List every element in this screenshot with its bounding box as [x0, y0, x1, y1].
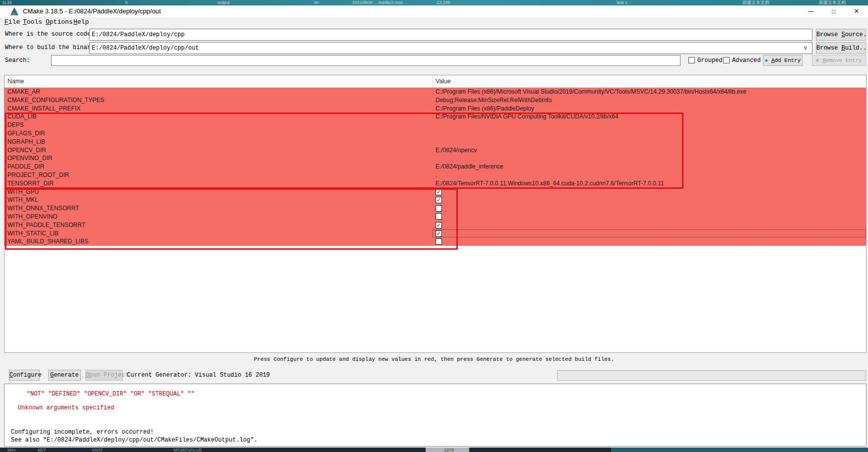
value-checkbox[interactable]	[435, 205, 442, 212]
desktop-fragment: ov	[314, 0, 319, 5]
column-header-value[interactable]: Value	[435, 75, 451, 88]
browse-source-button[interactable]: Browse Source...	[816, 29, 866, 41]
table-row[interactable]: GFLAGS_DIR	[4, 129, 866, 138]
table-row[interactable]: NGRAPH_LIB	[4, 138, 866, 146]
variable-value[interactable]: C:/Program Files (x86)/Microsoft Visual …	[433, 88, 866, 96]
desktop-fragment: 45/7	[37, 448, 46, 452]
screen: 1L31 X output ov 20210609-... media3.mov…	[0, 0, 868, 452]
background-window-bottom-strip: WIA 45/7 VIVO MCMOVALUE 1878	[0, 448, 868, 452]
value-checkbox[interactable]	[435, 213, 442, 220]
variable-value[interactable]: E:/0824/opencv	[433, 146, 866, 155]
source-path-input[interactable]	[89, 29, 812, 41]
column-divider[interactable]	[433, 75, 433, 88]
desktop-fragment: 新建文本文档	[819, 0, 846, 5]
advanced-checkbox[interactable]	[723, 57, 730, 63]
variable-value[interactable]	[433, 213, 866, 221]
grouped-checkbox-label[interactable]: Grouped	[697, 57, 722, 64]
menu-bar: File Tools Options Help	[0, 17, 868, 27]
column-header-name[interactable]: Name	[7, 75, 24, 88]
table-row[interactable]: PADDLE_DIRE:/0824/paddle_inference	[4, 163, 866, 171]
variable-value[interactable]: C:/Program Files (x86)/PaddleDeploy	[433, 105, 866, 113]
value-checkbox[interactable]: ✓	[435, 197, 442, 203]
configure-hint-text: Press Configure to update and display ne…	[0, 356, 868, 362]
output-log[interactable]: "NOT" "DEFINED" "OPENCV_DIR" "OR" "STREQ…	[4, 384, 867, 447]
variable-name: CMAKE_CONFIGURATION_TYPES	[4, 96, 433, 105]
desktop-fragment: X	[125, 0, 128, 5]
variable-name: OPENCV_DIR	[4, 146, 433, 155]
progress-bar	[557, 370, 866, 381]
variable-value[interactable]: C:/Program Files/NVIDIA GPU Computing To…	[433, 113, 866, 121]
menu-help[interactable]: Help	[71, 17, 91, 27]
variable-value[interactable]: ✓	[433, 188, 866, 196]
table-row[interactable]: TENSORRT_DIRE:/0824/TensorRT-7.0.0.11.Wi…	[4, 179, 866, 188]
build-path-dropdown-icon[interactable]: ∨	[800, 42, 811, 54]
table-row[interactable]: WITH_ONNX_TENSORRT	[4, 204, 866, 213]
browse-build-button[interactable]: Browse Build...	[816, 42, 866, 54]
desktop-fragment: 1L31	[2, 0, 12, 5]
variable-name: TENSORRT_DIR	[4, 179, 433, 188]
variable-value[interactable]	[433, 121, 866, 129]
variable-name: PROJECT_ROOT_DIR	[4, 171, 433, 179]
advanced-checkbox-label[interactable]: Advanced	[732, 57, 761, 64]
value-checkbox[interactable]: ✓	[435, 189, 442, 195]
table-row[interactable]: WITH_STATIC_LIB✓	[4, 229, 866, 238]
variable-name: CMAKE_AR	[4, 88, 433, 96]
variable-name: WITH_STATIC_LIB	[4, 229, 433, 238]
desktop-fragment: WIA	[7, 448, 16, 452]
table-row[interactable]: WITH_OPENVINO	[4, 213, 866, 221]
configure-button[interactable]: Configure	[9, 370, 40, 381]
value-checkbox[interactable]: ✓	[435, 222, 442, 228]
table-row[interactable]: PROJECT_ROOT_DIR.	[4, 171, 866, 179]
value-text: E:/0824/paddle_inference	[435, 163, 503, 170]
menu-file[interactable]: File	[2, 17, 22, 27]
table-row[interactable]: OPENVINO_DIR	[4, 154, 866, 163]
table-row[interactable]: OPENCV_DIRE:/0824/opencv	[4, 146, 866, 155]
variable-name: OPENVINO_DIR	[4, 154, 433, 163]
variable-value[interactable]: ✓	[433, 221, 866, 229]
table-row[interactable]: CUDA_LIBC:/Program Files/NVIDIA GPU Comp…	[4, 113, 866, 121]
build-path-combobox[interactable]	[89, 42, 812, 54]
cmake-logo-icon	[10, 7, 19, 16]
table-row[interactable]: CMAKE_ARC:/Program Files (x86)/Microsoft…	[4, 88, 866, 96]
table-row[interactable]: CMAKE_CONFIGURATION_TYPESDebug;Release;M…	[4, 96, 866, 105]
title-bar: CMake 3.18.5 - E:/0824/PaddleX/deploy/cp…	[0, 5, 868, 17]
table-row[interactable]: DEPS	[4, 121, 866, 129]
table-row[interactable]: WITH_MKL✓	[4, 196, 866, 204]
variable-value[interactable]: Debug;Release;MinSizeRel;RelWithDebInfo	[433, 96, 866, 105]
menu-options[interactable]: Options	[44, 17, 75, 27]
close-button[interactable]: ✕	[845, 5, 868, 17]
generate-button[interactable]: Generate	[48, 370, 81, 381]
maximize-button[interactable]: □	[822, 5, 845, 17]
cache-table: Name Value CMAKE_ARC:/Program Files (x86…	[4, 75, 867, 353]
variable-value[interactable]: ✓	[433, 196, 866, 204]
desktop-fragment: test 1	[617, 0, 627, 5]
variable-value[interactable]	[433, 154, 866, 163]
value-text: .	[435, 171, 437, 178]
variable-value[interactable]	[433, 237, 866, 246]
variable-value[interactable]: ✓	[433, 229, 866, 238]
remove-icon: ✘	[816, 57, 819, 63]
table-row[interactable]: WITH_GPU✓	[4, 188, 866, 196]
value-text: E:/0824/TensorRT-7.0.0.11.Windows10.x86_…	[435, 180, 664, 187]
value-text: C:/Program Files (x86)/Microsoft Visual …	[435, 88, 746, 95]
table-row[interactable]: CMAKE_INSTALL_PREFIXC:/Program Files (x8…	[4, 105, 866, 113]
variable-value[interactable]	[433, 129, 866, 138]
add-icon: ✚	[765, 57, 768, 63]
grouped-checkbox[interactable]	[688, 57, 695, 63]
value-checkbox[interactable]: ✓	[435, 230, 442, 237]
minimize-button[interactable]: —	[800, 5, 822, 17]
table-row[interactable]: WITH_PADDLE_TENSORRT✓	[4, 221, 866, 229]
menu-tools[interactable]: Tools	[21, 17, 44, 27]
variable-name: WITH_PADDLE_TENSORRT	[4, 221, 433, 229]
variable-name: WITH_MKL	[4, 196, 433, 204]
variable-value[interactable]: .	[433, 171, 866, 179]
variable-value[interactable]	[433, 138, 866, 146]
add-entry-button[interactable]: ✚ Add Entry	[763, 55, 803, 66]
search-input[interactable]	[51, 55, 681, 66]
variable-value[interactable]: E:/0824/TensorRT-7.0.0.11.Windows10.x86_…	[433, 179, 866, 188]
variable-name: GFLAGS_DIR	[4, 129, 433, 138]
variable-value[interactable]	[433, 204, 866, 213]
value-checkbox[interactable]	[435, 238, 442, 245]
variable-value[interactable]: E:/0824/paddle_inference	[433, 163, 866, 171]
table-row[interactable]: YAML_BUILD_SHARED_LIBS	[4, 237, 866, 246]
